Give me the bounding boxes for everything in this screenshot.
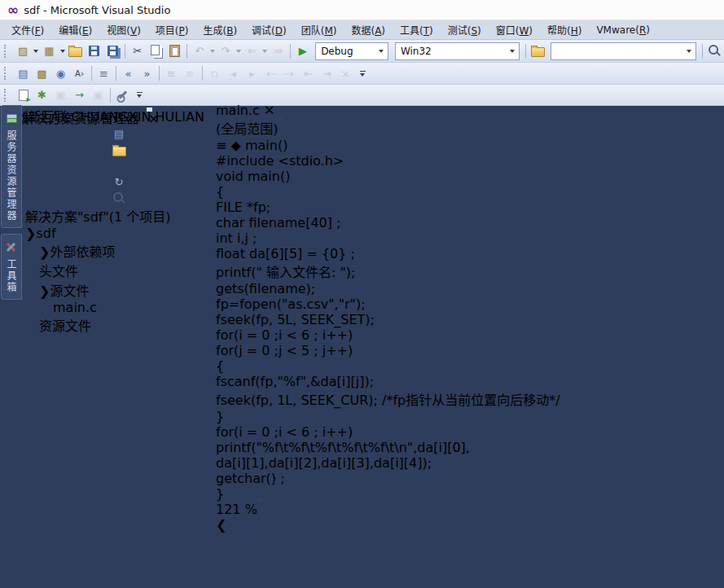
start-debug-icon[interactable]: ▶ [294,43,311,59]
build-project-icon[interactable]: ✱ [33,87,50,103]
quick-info-icon[interactable]: ◉ [52,65,69,81]
scope-dropdown[interactable]: (全局范围) [216,118,560,138]
bookmark-next-icon[interactable]: ▸ [244,65,261,81]
menu-item-r[interactable]: VMware(R) [589,22,657,38]
expander-open-icon[interactable]: ❯ [25,226,36,241]
batch-build-icon[interactable]: ▣ [90,87,107,103]
side-tab-toolbox[interactable]: 工具箱 [1,234,22,300]
document-tab-main-c[interactable]: main.c ✕ [216,103,560,118]
add-item-icon[interactable]: ▦ [41,43,58,59]
save-all-icon[interactable] [104,43,121,59]
toolbar-overflow-icon[interactable] [134,87,145,103]
chevron-down-icon[interactable] [682,43,695,59]
search-icon[interactable] [706,43,723,59]
bookmark-toggle-icon[interactable]: ▫ [206,65,223,81]
menu-item-m[interactable]: 团队(M) [294,20,344,39]
bookmark-prev-folder-icon[interactable]: ⇠ [262,65,279,81]
class-diagram-icon[interactable] [23,190,215,206]
chevron-down-icon[interactable] [506,43,519,59]
chevron-down-icon[interactable] [261,43,269,59]
solution-configurations-combo[interactable]: Debug [315,42,388,60]
tree-item--sdf-1-[interactable]: 解决方案"sdf"(1 个项目) [22,206,216,226]
horizontal-scrollbar[interactable]: ❮ [216,517,560,533]
tree-item--[interactable]: 资源文件 [22,315,216,335]
toggle-outlining-icon[interactable]: ≡ [95,65,112,81]
close-icon[interactable]: × [148,111,159,126]
chevron-down-icon[interactable] [208,43,216,59]
toolbar-grip[interactable] [4,67,10,80]
expander-open-icon[interactable]: ❯ [39,283,50,299]
menu-item-v[interactable]: 视图(V) [99,20,148,39]
bookmark-next-folder-icon[interactable]: ⇢ [281,65,298,81]
menu-item-e[interactable]: 编辑(E) [51,20,99,39]
toolbar-overflow-icon[interactable] [357,65,368,81]
menu-item-a[interactable]: 数据(A) [344,20,393,39]
toolbar-grip[interactable] [4,89,10,102]
toolbar-grip[interactable] [4,45,10,58]
toolbox-icon[interactable] [2,239,20,255]
menu-item-f[interactable]: 文件(F) [4,20,51,39]
code-editor[interactable]: #include <stdio.h>void main(){ FILE *fp;… [216,153,560,502]
property-pages-icon[interactable] [114,87,131,103]
undo-icon[interactable]: ↶ [191,43,208,59]
tree-item--[interactable]: 头文件 [22,261,216,280]
menu-item-d[interactable]: 调试(D) [244,20,294,39]
chevron-down-icon[interactable] [235,43,243,59]
solution-platforms-combo[interactable]: Win32 [395,42,520,60]
find-combo[interactable] [551,42,696,60]
scroll-left-icon[interactable]: ❮ [216,517,226,533]
parameter-info-icon[interactable]: A› [71,65,88,81]
new-project-icon[interactable]: ▨ [15,43,32,59]
tab-close-icon[interactable]: ✕ [264,103,274,118]
server-explorer-icon[interactable] [2,110,20,126]
refresh-icon[interactable]: ↻ [23,173,215,190]
menu-item-s[interactable]: 测试(S) [441,20,489,39]
deploy-icon[interactable]: → [71,87,88,103]
menu-item-w[interactable]: 窗口(W) [489,20,540,39]
copy-icon[interactable] [147,43,165,59]
redo-icon[interactable]: ↷ [217,43,235,59]
properties-icon[interactable]: ▤ [23,125,215,142]
chevron-down-icon[interactable] [33,43,40,59]
menu-item-p[interactable]: 项目(P) [148,20,196,39]
tree-item-main.c[interactable]: main.c [22,300,216,315]
side-tab-server-explorer[interactable]: 服务器资源管理器 [1,105,22,228]
save-icon[interactable] [86,43,103,59]
word-completion-icon[interactable]: ▩ [33,65,50,81]
indent-decrease-icon[interactable]: « [120,65,137,81]
navigate-back-icon[interactable]: ⇐ [244,43,261,59]
chevron-down-icon[interactable] [59,43,66,59]
menu-item-b[interactable]: 生成(B) [195,20,244,39]
find-in-files-icon[interactable] [529,43,546,59]
menu-item-t[interactable]: 工具(T) [393,20,441,39]
bookmark-prev-doc-icon[interactable]: ⇤ [300,65,317,81]
bookmark-prev-icon[interactable]: ◂ [225,65,242,81]
code-text: float da[6][5] = {0} ; [216,246,355,261]
bookmark-next-doc-icon[interactable]: ⇥ [318,65,336,81]
tree-item-sdf[interactable]: ❯sdf [22,226,216,241]
tree-item-label: main.c [53,300,97,315]
menu-item-h[interactable]: 帮助(H) [540,20,589,39]
navigate-forward-icon[interactable]: ⇒ [270,43,287,59]
tree-item--[interactable]: ❯源文件 [22,280,216,300]
tree-item--[interactable]: ❯外部依赖项 [22,241,216,261]
cancel-build-icon[interactable]: ▣ [52,87,69,103]
expander-closed-icon[interactable]: ❯ [39,244,50,260]
chevron-down-icon[interactable] [279,118,283,137]
paste-icon[interactable] [166,43,183,59]
bookmark-clear-icon[interactable]: × [337,65,354,81]
chevron-down-icon[interactable] [257,498,262,517]
compile-icon[interactable] [15,87,32,103]
indent-increase-icon[interactable]: » [138,65,156,81]
member-dropdown[interactable]: ≡ ◆ main() [216,138,560,153]
comment-icon[interactable]: ≡ [163,65,180,81]
member-list-icon[interactable]: ▤ [15,65,32,81]
zoom-level-dropdown[interactable]: 121 % [216,502,560,517]
cut-icon[interactable]: ✂ [129,43,146,59]
solution-explorer-header[interactable]: 解决方案资源管理器 × [22,108,216,125]
code-text: FILE *fp; [216,200,270,215]
open-file-icon[interactable] [67,43,84,59]
uncomment-icon[interactable]: ≡ [182,65,199,81]
show-all-files-icon[interactable] [23,142,215,158]
chevron-down-icon[interactable] [375,43,388,59]
